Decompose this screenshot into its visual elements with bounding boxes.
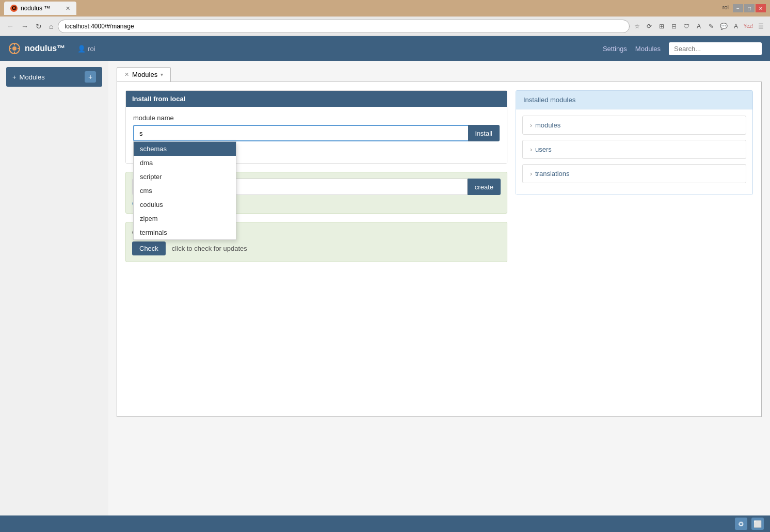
layout-icon[interactable]: ⊟	[669, 21, 679, 31]
installed-module-translations[interactable]: › translations	[522, 164, 746, 183]
user-icon: 👤	[77, 45, 86, 53]
autocomplete-item-zipem[interactable]: zipem	[134, 212, 236, 225]
header-search-input[interactable]	[669, 42, 762, 55]
menu-icon[interactable]: ☰	[756, 21, 766, 31]
window-user-label: roi	[719, 4, 732, 12]
autocomplete-item-cms[interactable]: cms	[134, 184, 236, 198]
tab-dropdown-icon[interactable]: ▾	[161, 72, 163, 77]
browser-titlebar: ⚙ nodulus ™ ✕ roi − □ ✕	[0, 0, 770, 17]
chevron-right-icon-users: ›	[530, 146, 532, 153]
panels-container: Install from local module name install s…	[117, 82, 762, 417]
tab-favicon: ⚙	[10, 5, 18, 12]
footer-icon-settings[interactable]: ⚙	[735, 518, 747, 530]
window-controls: roi − □ ✕	[719, 4, 766, 12]
app-body: + Modules + ✕ Modules ▾ Install from loc…	[0, 61, 770, 515]
install-section-box: Install from local module name install s…	[125, 90, 507, 164]
toolbar-icons: ☆ ⟳ ⊞ ⊟ 🛡 A ✎ 💬 A Yez! ☰	[632, 21, 766, 31]
sidebar-add-button[interactable]: +	[85, 71, 96, 83]
tab-label: Modules	[132, 71, 157, 78]
installed-module-translations-label: translations	[535, 170, 569, 178]
install-button[interactable]: install	[468, 125, 500, 141]
autocomplete-dropdown: schemas dma scripter cms codulus zipem t…	[133, 141, 236, 240]
left-panel: Install from local module name install s…	[125, 90, 507, 408]
forward-button[interactable]: →	[19, 20, 31, 33]
tab-title: nodulus ™	[21, 5, 50, 12]
right-panel: Installed modules › modules › users ›	[516, 90, 753, 408]
module-name-label: module name	[133, 114, 500, 122]
svg-point-1	[12, 46, 17, 51]
yez-icon: Yez!	[743, 21, 753, 31]
module-name-input[interactable]	[133, 125, 468, 141]
refresh-icon[interactable]: ⟳	[644, 21, 654, 31]
settings-link[interactable]: Settings	[603, 45, 627, 53]
chevron-right-icon-translations: ›	[530, 170, 532, 178]
username-label: roi	[88, 45, 95, 53]
letter-a-icon[interactable]: A	[731, 21, 741, 31]
install-section-body: module name install schemas dma scripter…	[126, 107, 507, 163]
autocomplete-item-scripter[interactable]: scripter	[134, 170, 236, 184]
sidebar: + Modules +	[0, 61, 108, 515]
installed-module-modules-label: modules	[535, 121, 560, 129]
installed-modules-box: Installed modules › modules › users ›	[516, 90, 753, 195]
create-button[interactable]: create	[468, 179, 501, 195]
check-hint-text: click to check for updates	[172, 245, 247, 252]
autocomplete-item-terminals[interactable]: terminals	[134, 225, 236, 239]
shield-icon[interactable]: 🛡	[681, 21, 692, 31]
tab-close-icon[interactable]: ✕	[124, 71, 129, 78]
home-button[interactable]: ⌂	[46, 20, 56, 33]
logo-icon	[8, 42, 21, 55]
modules-link[interactable]: Modules	[635, 45, 661, 53]
app-user[interactable]: 👤 roi	[77, 45, 95, 53]
chevron-right-icon: ›	[530, 122, 532, 129]
modules-icon: +	[12, 73, 17, 81]
install-section-header: Install from local	[126, 91, 507, 107]
main-content: ✕ Modules ▾ Install from local module na…	[108, 61, 770, 515]
header-nav: Settings Modules	[603, 42, 762, 55]
sidebar-item-modules[interactable]: + Modules +	[6, 67, 102, 87]
browser-tab[interactable]: ⚙ nodulus ™ ✕	[4, 2, 76, 15]
pen-icon[interactable]: ✎	[706, 21, 716, 31]
browser-toolbar: ← → ↻ ⌂ ☆ ⟳ ⊞ ⊟ 🛡 A ✎ 💬 A Yez! ☰	[0, 17, 770, 36]
translate-icon[interactable]: A	[694, 21, 704, 31]
app-logo: nodulus™	[8, 42, 65, 55]
grid-icon[interactable]: ⊞	[656, 21, 667, 31]
chat-icon[interactable]: 💬	[718, 21, 729, 31]
sidebar-item-left: + Modules	[12, 73, 45, 81]
reload-button[interactable]: ↻	[33, 20, 44, 33]
installed-panel-body: › modules › users › translations	[516, 109, 752, 195]
installed-module-users-label: users	[535, 146, 552, 153]
tab-close-btn[interactable]: ✕	[66, 5, 70, 12]
autocomplete-item-schemas[interactable]: schemas	[134, 142, 236, 156]
autocomplete-item-codulus[interactable]: codulus	[134, 198, 236, 212]
app-footer: ⚙ ⬜	[0, 515, 770, 532]
installed-modules-title: Installed modules	[523, 96, 575, 104]
minimize-button[interactable]: −	[733, 4, 743, 12]
install-section-title: Install from local	[132, 95, 185, 103]
check-row: Check click to check for updates	[132, 241, 501, 255]
maximize-button[interactable]: □	[744, 4, 755, 12]
back-button[interactable]: ←	[4, 20, 17, 33]
tab-modules[interactable]: ✕ Modules ▾	[117, 67, 171, 82]
sidebar-modules-label: Modules	[20, 73, 45, 81]
installed-module-users[interactable]: › users	[522, 140, 746, 159]
installed-module-modules[interactable]: › modules	[522, 116, 746, 135]
star-icon[interactable]: ☆	[632, 21, 642, 31]
tab-bar: ✕ Modules ▾	[117, 67, 762, 82]
installed-modules-header: Installed modules	[516, 91, 752, 109]
check-button[interactable]: Check	[132, 241, 166, 255]
footer-icon-github[interactable]: ⬜	[751, 518, 764, 530]
install-input-row: install schemas dma scripter cms codulus…	[133, 125, 500, 141]
app-name: nodulus™	[25, 44, 65, 53]
close-button[interactable]: ✕	[756, 4, 766, 12]
app-header: nodulus™ 👤 roi Settings Modules	[0, 36, 770, 61]
address-bar[interactable]	[58, 20, 630, 33]
autocomplete-item-dma[interactable]: dma	[134, 156, 236, 170]
